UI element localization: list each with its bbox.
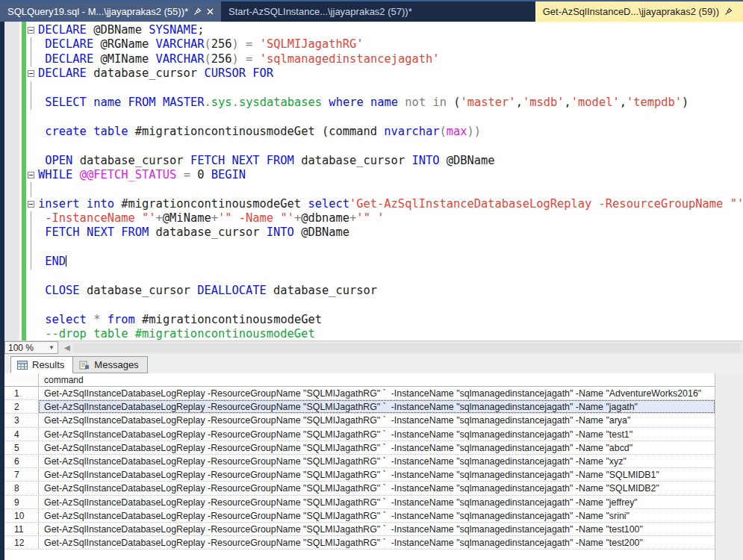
table-row[interactable]: 11Get-AzSqlInstanceDatabaseLogReplay -Re…	[4, 523, 715, 536]
fold-margin	[26, 284, 38, 298]
code-line: DECLARE database_cursor CURSOR FOR	[26, 66, 743, 81]
row-number-cell[interactable]: 5	[4, 441, 39, 454]
command-cell[interactable]: Get-AzSqlInstanceDatabaseLogReplay -Reso…	[39, 536, 715, 549]
tab-results-label: Results	[32, 359, 64, 370]
row-number-cell[interactable]: 2	[4, 400, 39, 413]
code-text: create table #migrationcontinousmodeGet …	[38, 125, 481, 139]
code-text: CLOSE database_cursor DEALLOCATE databas…	[38, 284, 377, 298]
collapse-region[interactable]	[26, 23, 38, 37]
command-cell[interactable]: Get-AzSqlInstanceDatabaseLogReplay -Reso…	[39, 509, 715, 522]
tab-messages[interactable]: Messages	[73, 356, 147, 373]
results-grid-icon	[17, 361, 28, 370]
code-line	[26, 298, 743, 312]
grid-corner-cell[interactable]	[4, 373, 39, 386]
command-cell[interactable]: Get-AzSqlInstanceDatabaseLogReplay -Reso…	[39, 482, 715, 494]
row-number-cell[interactable]: 8	[4, 482, 39, 494]
code-text: select * from #migrationcontinousmodeGet	[38, 313, 322, 327]
table-row[interactable]: 8Get-AzSqlInstanceDatabaseLogReplay -Res…	[4, 482, 715, 495]
table-row[interactable]: 12Get-AzSqlInstanceDatabaseLogReplay -Re…	[4, 536, 715, 550]
code-line	[26, 81, 743, 96]
table-row[interactable]: 9Get-AzSqlInstanceDatabaseLogReplay -Res…	[4, 496, 715, 509]
table-row[interactable]: 3Get-AzSqlInstanceDatabaseLogReplay -Res…	[4, 414, 715, 427]
fold-margin	[26, 298, 38, 312]
ssms-window: SQLQuery19.sql - M...\jjayaprakas2 (55))…	[0, 0, 743, 560]
document-tab-bar: SQLQuery19.sql - M...\jjayaprakas2 (55))…	[0, 1, 743, 22]
column-header-command[interactable]: command	[39, 373, 715, 386]
table-row[interactable]: 2Get-AzSqlInstanceDatabaseLogReplay -Res…	[4, 400, 715, 414]
pin-icon[interactable]	[724, 7, 733, 16]
code-line	[26, 139, 743, 153]
editor-statusbar: 100 % ▼ ◀	[4, 340, 743, 354]
horizontal-scrollbar[interactable]: ◀	[58, 341, 743, 354]
row-number-cell[interactable]: 12	[4, 536, 39, 549]
row-number-cell[interactable]: 3	[4, 414, 39, 426]
code-text: SELECT name FROM MASTER.sys.sysdatabases…	[38, 96, 688, 110]
command-cell[interactable]: Get-AzSqlInstanceDatabaseLogReplay -Reso…	[39, 414, 715, 426]
row-number-cell[interactable]: 7	[4, 468, 39, 481]
command-cell[interactable]: Get-AzSqlInstanceDatabaseLogReplay -Reso…	[39, 387, 715, 399]
code-line	[26, 182, 743, 196]
table-row[interactable]: 1Get-AzSqlInstanceDatabaseLogReplay -Res…	[4, 387, 715, 400]
collapse-region[interactable]	[26, 168, 38, 182]
collapse-region[interactable]	[26, 66, 38, 81]
row-number-cell[interactable]: 10	[4, 509, 39, 522]
zoom-level-dropdown[interactable]: 100 % ▼	[4, 341, 58, 354]
row-number-cell[interactable]: 6	[4, 455, 39, 467]
code-line: --drop table #migrationcontinousmodeGet	[26, 327, 743, 340]
command-cell[interactable]: Get-AzSqlInstanceDatabaseLogReplay -Reso…	[39, 455, 715, 467]
fold-margin	[26, 125, 38, 139]
row-number-cell[interactable]: 9	[4, 496, 39, 508]
code-text: -InstanceName "'+@MiName+'" -Name "'+@db…	[38, 211, 384, 225]
command-cell[interactable]: Get-AzSqlInstanceDatabaseLogReplay -Reso…	[39, 441, 715, 454]
table-row[interactable]: 6Get-AzSqlInstanceDatabaseLogReplay -Res…	[4, 455, 715, 468]
row-number-cell[interactable]: 4	[4, 428, 39, 441]
command-cell[interactable]: Get-AzSqlInstanceDatabaseLogReplay -Reso…	[39, 523, 715, 535]
code-text: insert into #migrationcontinousmodeGet s…	[38, 197, 743, 211]
grid-header-row: command	[4, 373, 715, 387]
table-row[interactable]: 10Get-AzSqlInstanceDatabaseLogReplay -Re…	[4, 509, 715, 523]
tab-start-azsqlinstance[interactable]: Start-AzSQLInstance...\jjayaprakas2 (57)…	[221, 1, 442, 22]
tab-results[interactable]: Results	[10, 356, 73, 373]
command-cell[interactable]: Get-AzSqlInstanceDatabaseLogReplay -Reso…	[39, 468, 715, 481]
tab-sqlquery19[interactable]: SQLQuery19.sql - M...\jjayaprakas2 (55))…	[0, 1, 221, 22]
code-text: FETCH NEXT FROM database_cursor INTO @DB…	[38, 225, 349, 240]
scrollbar-thumb[interactable]	[73, 343, 740, 352]
command-cell[interactable]: Get-AzSqlInstanceDatabaseLogReplay -Reso…	[39, 400, 715, 413]
code-line: WHILE @@FETCH_STATUS = 0 BEGIN	[26, 168, 743, 182]
collapse-minus-icon[interactable]	[28, 201, 34, 208]
tab-get-azsqlinstance[interactable]: Get-AzSqlInstanceD...\jjayaprakas2 (59))	[535, 1, 743, 22]
tab-title: Get-AzSqlInstanceD...\jjayaprakas2 (59))	[543, 6, 719, 17]
results-grid-table: command 1Get-AzSqlInstanceDatabaseLogRep…	[4, 373, 715, 560]
fold-margin	[26, 96, 38, 110]
messages-icon	[79, 361, 90, 370]
code-line	[26, 270, 743, 284]
code-line	[26, 110, 743, 124]
collapse-minus-icon[interactable]	[28, 172, 34, 178]
pin-icon[interactable]	[193, 7, 202, 16]
collapse-region[interactable]	[26, 197, 38, 211]
command-cell[interactable]: Get-AzSqlInstanceDatabaseLogReplay -Reso…	[39, 428, 715, 441]
main-area: DECLARE @DBName SYSNAME; DECLARE @RGName…	[4, 22, 743, 560]
sql-editor[interactable]: DECLARE @DBName SYSNAME; DECLARE @RGName…	[4, 22, 743, 340]
text-cursor	[66, 255, 66, 267]
collapse-minus-icon[interactable]	[28, 70, 34, 77]
code-line: OPEN database_cursor FETCH NEXT FROM dat…	[26, 154, 743, 168]
code-text: END	[38, 255, 66, 269]
row-number-cell[interactable]: 11	[4, 523, 39, 535]
close-icon[interactable]	[207, 8, 214, 15]
table-row[interactable]: 4Get-AzSqlInstanceDatabaseLogReplay -Res…	[4, 428, 715, 441]
row-number-cell[interactable]: 1	[4, 387, 39, 399]
code-text: DECLARE @MIName VARCHAR(256) = 'sqlmanag…	[38, 52, 440, 66]
code-text: DECLARE @DBName SYSNAME;	[38, 23, 204, 37]
command-cell[interactable]: Get-AzSqlInstanceDatabaseLogReplay -Reso…	[39, 496, 715, 508]
table-row[interactable]: 5Get-AzSqlInstanceDatabaseLogReplay -Res…	[4, 441, 715, 455]
editor-indicator-margin	[4, 22, 19, 340]
code-text: OPEN database_cursor FETCH NEXT FROM dat…	[38, 154, 495, 168]
fold-margin	[26, 270, 38, 284]
scroll-left-icon[interactable]: ◀	[64, 343, 70, 352]
code-line: -InstanceName "'+@MiName+'" -Name "'+@db…	[26, 211, 743, 225]
fold-margin	[26, 110, 38, 124]
table-row[interactable]: 7Get-AzSqlInstanceDatabaseLogReplay -Res…	[4, 468, 715, 482]
collapse-minus-icon[interactable]	[28, 27, 34, 34]
code-line: CLOSE database_cursor DEALLOCATE databas…	[26, 284, 743, 298]
